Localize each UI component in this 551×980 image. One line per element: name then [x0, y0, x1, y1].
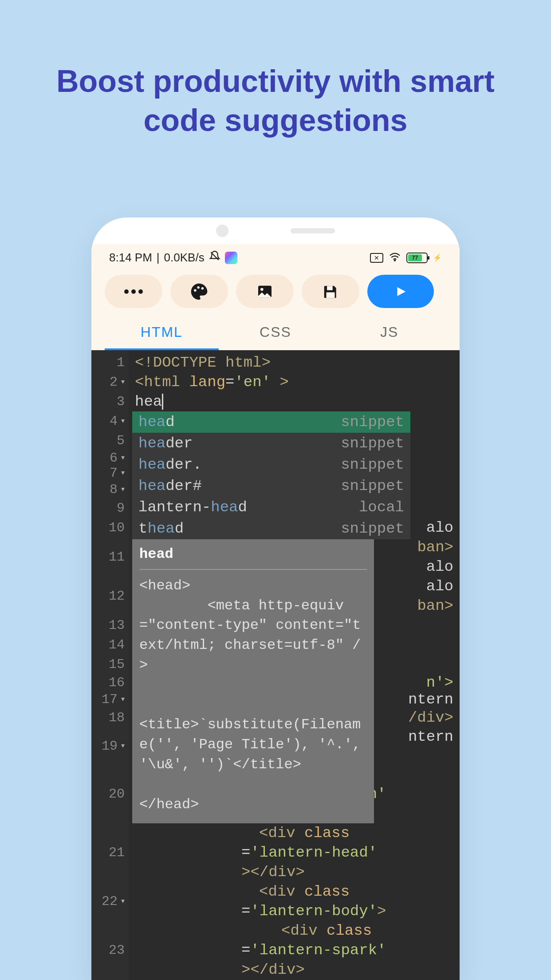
- app-icon: [225, 252, 237, 264]
- code-editor[interactable]: 1 2▾ 3 ✕4▾ 5 6▾ 7▾ 8▾ 9 10 11 12 13 14 1…: [91, 350, 460, 980]
- save-button[interactable]: [302, 275, 359, 308]
- theme-button[interactable]: [170, 275, 228, 308]
- status-time: 8:14 PM: [109, 251, 152, 265]
- svg-point-8: [260, 288, 264, 291]
- svg-point-0: [394, 260, 395, 261]
- status-sep: |: [157, 251, 160, 265]
- battery-icon: 77: [406, 253, 428, 263]
- svg-point-4: [194, 289, 197, 292]
- doc-body: <head> <meta http-equiv="content-type" c…: [139, 576, 367, 815]
- phone-notch: [91, 217, 460, 244]
- doc-title: head: [139, 545, 367, 570]
- svg-rect-10: [327, 292, 335, 298]
- more-button[interactable]: [105, 275, 162, 308]
- camera-dot: [216, 225, 228, 237]
- documentation-popup: head <head> <meta http-equiv="content-ty…: [132, 539, 374, 823]
- autocomplete-item[interactable]: header snippet: [132, 433, 410, 454]
- status-bar: 8:14 PM | 0.0KB/s ✕ 77 ⚡: [91, 244, 460, 269]
- autocomplete-item[interactable]: head snippet: [132, 411, 410, 433]
- autocomplete-item[interactable]: header# snippet: [132, 475, 410, 497]
- autocomplete-popup[interactable]: head snippet header snippet header. snip…: [132, 411, 410, 539]
- svg-point-5: [197, 286, 200, 289]
- bell-off-icon: [209, 250, 220, 265]
- autocomplete-item[interactable]: header. snippet: [132, 454, 410, 475]
- run-button[interactable]: [367, 275, 434, 308]
- svg-point-1: [124, 289, 129, 294]
- signal-icon: ✕: [370, 253, 383, 263]
- line-gutter: 1 2▾ 3 ✕4▾ 5 6▾ 7▾ 8▾ 9 10 11 12 13 14 1…: [91, 350, 129, 980]
- wifi-icon: [389, 251, 401, 265]
- toolbar: [91, 269, 460, 316]
- tabs: HTML CSS JS: [91, 316, 460, 350]
- status-net-speed: 0.0KB/s: [164, 251, 205, 265]
- autocomplete-item[interactable]: thead snippet: [132, 518, 410, 539]
- text-cursor: [162, 394, 163, 410]
- tab-css[interactable]: CSS: [219, 316, 333, 350]
- svg-point-6: [201, 287, 204, 289]
- phone-frame: 8:14 PM | 0.0KB/s ✕ 77 ⚡: [91, 217, 460, 980]
- svg-point-2: [131, 289, 136, 294]
- tab-html[interactable]: HTML: [105, 316, 219, 350]
- tab-js[interactable]: JS: [332, 316, 446, 350]
- svg-point-3: [138, 289, 143, 294]
- image-button[interactable]: [236, 275, 294, 308]
- svg-rect-9: [327, 286, 333, 290]
- autocomplete-item[interactable]: lantern-head local: [132, 497, 410, 518]
- marketing-heading: Boost productivity with smart code sugge…: [0, 0, 551, 140]
- phone-screen: 8:14 PM | 0.0KB/s ✕ 77 ⚡: [91, 244, 460, 980]
- speaker-slot: [291, 228, 335, 233]
- charging-icon: ⚡: [433, 253, 442, 262]
